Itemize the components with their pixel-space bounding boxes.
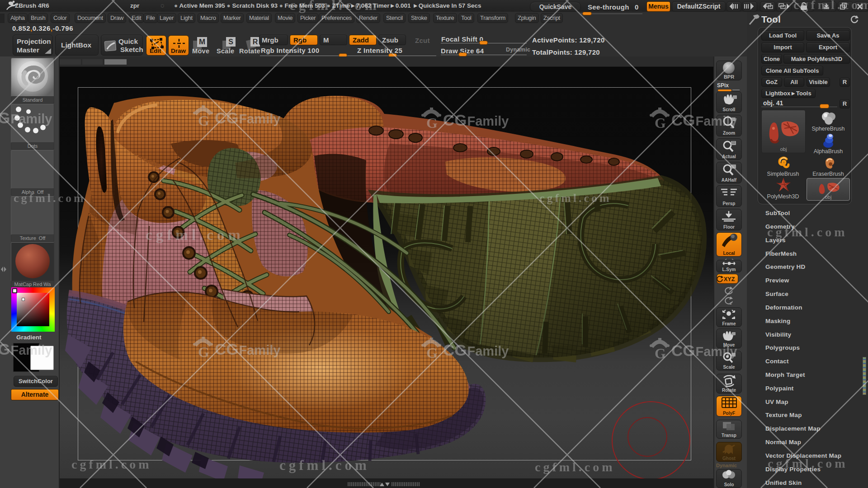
svg-text:z: z: [730, 301, 732, 305]
svg-text:obj: obj: [825, 194, 832, 200]
svg-text:obj: obj: [780, 146, 787, 152]
